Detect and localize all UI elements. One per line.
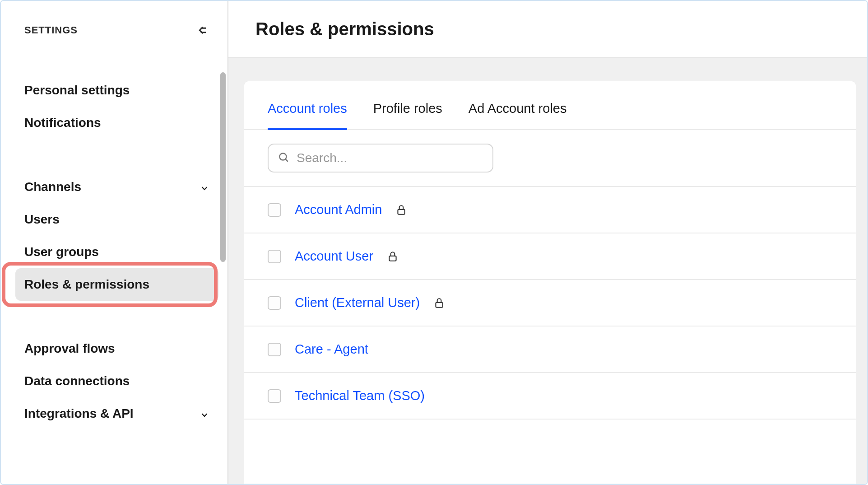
app-root: SETTINGS Personal settings Notifications… — [1, 1, 867, 484]
search-box[interactable] — [268, 144, 493, 173]
chevron-down-icon — [200, 409, 209, 419]
collapse-sidebar-icon[interactable] — [194, 23, 209, 38]
svg-rect-2 — [389, 256, 396, 261]
role-link[interactable]: Technical Team (SSO) — [295, 388, 425, 403]
lock-icon — [395, 204, 407, 216]
sidebar-item-user-groups[interactable]: User groups — [24, 236, 209, 268]
svg-rect-3 — [436, 302, 443, 307]
role-link[interactable]: Care - Agent — [295, 342, 368, 357]
main-content: Roles & permissions Account roles Profil… — [228, 1, 867, 484]
role-checkbox[interactable] — [268, 343, 281, 356]
sidebar-item-notifications[interactable]: Notifications — [24, 107, 209, 139]
sidebar-item-label: User groups — [24, 245, 99, 259]
svg-point-0 — [279, 153, 286, 160]
svg-rect-1 — [398, 209, 405, 214]
sidebar-item-personal-settings[interactable]: Personal settings — [24, 74, 209, 107]
search-input[interactable] — [297, 151, 483, 165]
chevron-down-icon — [200, 182, 209, 192]
sidebar-item-channels[interactable]: Channels — [24, 171, 209, 203]
role-checkbox[interactable] — [268, 389, 281, 403]
sidebar-item-label: Approval flows — [24, 341, 115, 356]
sidebar-item-label: Notifications — [24, 116, 101, 130]
sidebar-item-approval-flows[interactable]: Approval flows — [24, 332, 209, 365]
sidebar-title: SETTINGS — [24, 24, 78, 36]
tabs: Account roles Profile roles Ad Account r… — [244, 81, 856, 130]
search-icon — [278, 151, 289, 165]
lock-icon — [387, 251, 399, 262]
sidebar: SETTINGS Personal settings Notifications… — [1, 1, 228, 484]
sidebar-item-label: Data connections — [24, 374, 130, 388]
search-row — [244, 130, 856, 187]
roles-card: Account roles Profile roles Ad Account r… — [244, 81, 856, 484]
sidebar-item-roles-permissions[interactable]: Roles & permissions — [15, 268, 218, 301]
role-row: Care - Agent — [244, 326, 856, 373]
role-row: Account Admin — [244, 187, 856, 233]
role-checkbox[interactable] — [268, 203, 281, 217]
tab-profile-roles[interactable]: Profile roles — [373, 101, 442, 130]
tab-ad-account-roles[interactable]: Ad Account roles — [469, 101, 567, 130]
sidebar-item-data-connections[interactable]: Data connections — [24, 365, 209, 397]
role-link[interactable]: Account User — [295, 249, 373, 264]
role-checkbox[interactable] — [268, 250, 281, 263]
role-row: Client (External User) — [244, 280, 856, 326]
sidebar-item-users[interactable]: Users — [24, 203, 209, 236]
sidebar-item-label: Personal settings — [24, 83, 130, 98]
role-link[interactable]: Account Admin — [295, 202, 382, 217]
page-header: Roles & permissions — [228, 1, 867, 58]
role-row: Technical Team (SSO) — [244, 373, 856, 420]
sidebar-item-label: Roles & permissions — [24, 277, 149, 292]
sidebar-item-integrations-api[interactable]: Integrations & API — [24, 397, 209, 430]
sidebar-header: SETTINGS — [24, 23, 209, 38]
page-title: Roles & permissions — [255, 19, 840, 39]
lock-icon — [433, 297, 445, 309]
sidebar-item-label: Users — [24, 212, 60, 227]
sidebar-item-label: Integrations & API — [24, 406, 134, 421]
role-checkbox[interactable] — [268, 296, 281, 310]
sidebar-scrollbar-thumb[interactable] — [220, 72, 226, 262]
role-link[interactable]: Client (External User) — [295, 295, 420, 310]
role-row: Account User — [244, 233, 856, 280]
tab-account-roles[interactable]: Account roles — [268, 101, 347, 130]
sidebar-item-label: Channels — [24, 180, 81, 194]
